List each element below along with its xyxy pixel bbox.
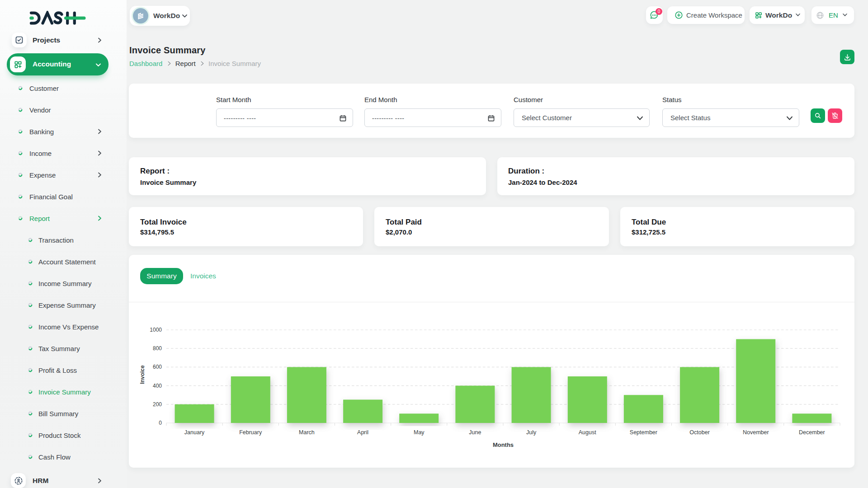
- svg-text:March: March: [299, 429, 315, 436]
- svg-text:November: November: [743, 429, 769, 436]
- svg-text:December: December: [799, 429, 825, 436]
- svg-text:August: August: [579, 429, 596, 436]
- svg-text:600: 600: [153, 364, 162, 370]
- svg-text:Invoice: Invoice: [139, 365, 146, 384]
- svg-text:200: 200: [153, 401, 162, 408]
- svg-text:October: October: [689, 429, 709, 436]
- svg-text:800: 800: [153, 345, 162, 352]
- svg-text:June: June: [469, 429, 481, 436]
- svg-text:February: February: [239, 429, 262, 436]
- svg-text:0: 0: [159, 420, 162, 426]
- svg-text:1000: 1000: [150, 327, 162, 333]
- svg-text:July: July: [526, 429, 537, 436]
- svg-text:May: May: [414, 429, 425, 436]
- svg-text:April: April: [357, 429, 368, 436]
- svg-text:400: 400: [153, 383, 162, 389]
- svg-text:September: September: [630, 429, 657, 436]
- svg-text:January: January: [184, 429, 205, 436]
- svg-text:Months: Months: [493, 441, 514, 448]
